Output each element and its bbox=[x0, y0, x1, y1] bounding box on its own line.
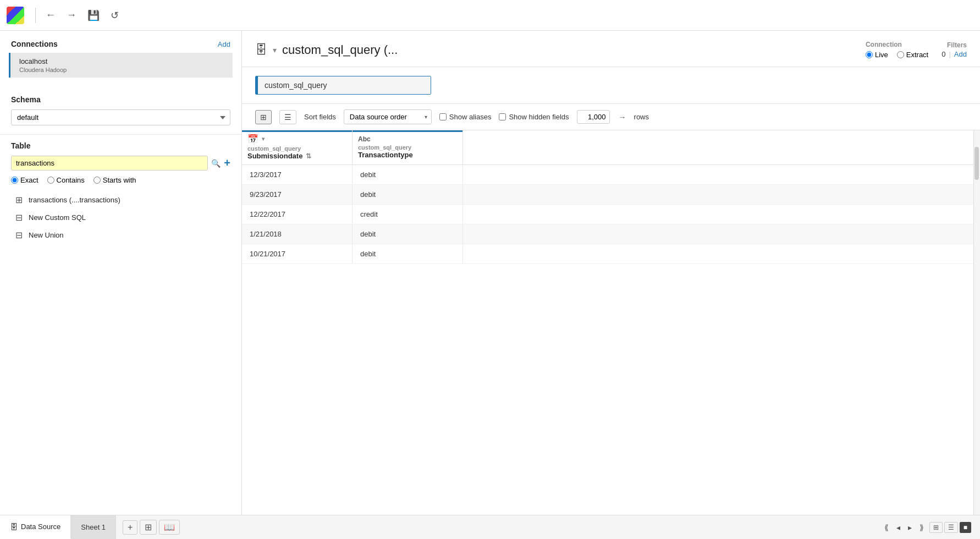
filter-startswith-radio[interactable] bbox=[93, 177, 101, 184]
table-row: 9/23/2017 debit bbox=[242, 185, 980, 205]
bottom-solid-view-btn[interactable]: ■ bbox=[960, 522, 971, 533]
table-grid-icon: ⊞ bbox=[13, 194, 24, 205]
cell-date-3: 12/22/2017 bbox=[242, 205, 353, 224]
table-item-union[interactable]: ⊟ New Union bbox=[11, 226, 230, 244]
add-connection-link[interactable]: Add bbox=[218, 40, 230, 48]
connection-radio-group: Live Extract bbox=[866, 51, 928, 59]
tab-datasource[interactable]: 🗄 Data Source bbox=[0, 515, 71, 539]
show-aliases-checkbox-label[interactable]: Show aliases bbox=[439, 113, 492, 121]
filters-sep: | bbox=[949, 50, 950, 58]
table-search-input[interactable] bbox=[11, 156, 208, 170]
table-header-row: 📅 ▾ custom_sql_query Submissiondate ⇅ bbox=[242, 130, 980, 165]
col-name-submissiondate: Submissiondate bbox=[247, 152, 302, 160]
table-item-transactions[interactable]: ⊞ transactions (....transactions) bbox=[11, 191, 230, 208]
filter-contains-radio[interactable] bbox=[47, 177, 54, 184]
filter-startswith-label[interactable]: Starts with bbox=[93, 176, 136, 184]
connection-type-section: Connection Live Extract bbox=[866, 41, 928, 59]
col-name-row-transactiontype: Transactiontype bbox=[358, 151, 457, 159]
col-sort-icon-submissiondate[interactable]: ⇅ bbox=[306, 152, 311, 160]
col-dropdown-icon[interactable]: ▾ bbox=[262, 136, 265, 142]
query-text: custom_sql_query bbox=[258, 76, 431, 94]
cell-date-2: 9/23/2017 bbox=[242, 185, 353, 205]
filter-contains-text: Contains bbox=[57, 176, 85, 184]
filter-exact-label[interactable]: Exact bbox=[11, 176, 38, 184]
table-body: 12/3/2017 debit 9/23/2017 debit 12/22/20… bbox=[242, 165, 980, 264]
add-dashboard-button[interactable]: ⊞ bbox=[140, 520, 157, 535]
add-story-button[interactable]: 📖 bbox=[159, 520, 180, 535]
connections-title: Connections bbox=[11, 40, 58, 48]
nav-prev-button[interactable]: ◂ bbox=[894, 521, 902, 534]
cell-date-1: 12/3/2017 bbox=[242, 165, 353, 185]
col-header-top-submissiondate: 📅 ▾ bbox=[247, 134, 346, 144]
schema-select[interactable]: default bbox=[11, 109, 230, 125]
filters-area: Filters 0 | Add bbox=[942, 41, 967, 58]
bottom-list-view-btn[interactable]: ☰ bbox=[944, 522, 958, 533]
show-hidden-checkbox[interactable] bbox=[499, 113, 506, 120]
list-view-button[interactable]: ☰ bbox=[279, 110, 296, 124]
bottom-grid-view-btn[interactable]: ⊞ bbox=[929, 522, 943, 533]
filter-radios: Exact Contains Starts with bbox=[11, 176, 230, 184]
cell-type-5: debit bbox=[353, 244, 463, 264]
extract-radio[interactable] bbox=[897, 51, 904, 58]
table-item-custom-sql[interactable]: ⊟ New Custom SQL bbox=[11, 208, 230, 226]
forward-button[interactable]: → bbox=[63, 7, 80, 23]
datasource-name: custom_sql_query (... bbox=[282, 43, 398, 57]
nav-first-button[interactable]: ⟪ bbox=[882, 521, 891, 534]
live-label[interactable]: Live bbox=[866, 51, 888, 59]
extract-label[interactable]: Extract bbox=[897, 51, 928, 59]
col-source-submissiondate: custom_sql_query bbox=[247, 145, 346, 152]
rows-input[interactable] bbox=[577, 110, 610, 124]
filter-contains-label[interactable]: Contains bbox=[47, 176, 85, 184]
sort-select[interactable]: Data source order Alphabetical bbox=[344, 109, 432, 124]
rows-label: rows bbox=[634, 113, 649, 121]
scrollbar-thumb[interactable] bbox=[975, 147, 979, 180]
save-button[interactable]: 💾 bbox=[84, 7, 103, 24]
col-header-transactiontype: Abc custom_sql_query Transactiontype bbox=[353, 132, 463, 163]
table-section: Table 🔍 + Exact Contains Starts with bbox=[0, 135, 241, 250]
filters-add-link[interactable]: Add bbox=[954, 50, 967, 58]
bottom-tab-actions: + ⊞ 📖 bbox=[116, 515, 186, 539]
add-sheet-button[interactable]: + bbox=[123, 520, 137, 535]
nav-next-button[interactable]: ▸ bbox=[906, 521, 914, 534]
connection-item-localhost[interactable]: localhost Cloudera Hadoop bbox=[9, 53, 233, 78]
filter-startswith-text: Starts with bbox=[103, 176, 136, 184]
custom-sql-label: New Custom SQL bbox=[29, 213, 86, 222]
show-aliases-checkbox[interactable] bbox=[439, 113, 447, 120]
date-type-icon: 📅 bbox=[247, 134, 258, 144]
show-aliases-text: Show aliases bbox=[449, 113, 492, 121]
table-row: 12/3/2017 debit bbox=[242, 165, 980, 185]
bottom-view-buttons: ⊞ ☰ ■ bbox=[929, 522, 971, 533]
grid-view-button[interactable]: ⊞ bbox=[255, 110, 272, 124]
empty-column-header bbox=[463, 130, 980, 165]
datasource-tab-label: Data Source bbox=[21, 522, 60, 531]
datasource-tab-icon: 🗄 bbox=[10, 522, 18, 531]
cell-date-5: 10/21/2017 bbox=[242, 244, 353, 264]
cell-type-4: debit bbox=[353, 224, 463, 244]
back-button[interactable]: ← bbox=[42, 7, 59, 23]
column-header-transactiontype[interactable]: Abc custom_sql_query Transactiontype bbox=[353, 130, 463, 165]
data-table-container: 📅 ▾ custom_sql_query Submissiondate ⇅ bbox=[242, 130, 980, 515]
ds-dropdown-icon[interactable]: ▾ bbox=[273, 46, 277, 54]
cell-type-3: credit bbox=[353, 205, 463, 224]
nav-last-button[interactable]: ⟫ bbox=[917, 521, 926, 534]
data-table: 📅 ▾ custom_sql_query Submissiondate ⇅ bbox=[242, 130, 980, 264]
scrollbar-track[interactable] bbox=[973, 130, 980, 515]
col-header-submissiondate: 📅 ▾ custom_sql_query Submissiondate ⇅ bbox=[242, 130, 352, 164]
cell-type-2: debit bbox=[353, 185, 463, 205]
sort-fields-label: Sort fields bbox=[304, 113, 336, 121]
top-toolbar: ← → 💾 ↺ bbox=[0, 0, 980, 31]
sort-select-wrapper: Data source order Alphabetical ▾ bbox=[344, 109, 432, 124]
filters-row: 0 | Add bbox=[942, 50, 967, 58]
table-search-row: 🔍 + bbox=[11, 156, 230, 170]
live-radio[interactable] bbox=[866, 51, 873, 58]
refresh-button[interactable]: ↺ bbox=[107, 7, 122, 24]
main-layout: Connections Add localhost Cloudera Hadoo… bbox=[0, 31, 980, 515]
col-source-transactiontype: custom_sql_query bbox=[358, 144, 457, 151]
sidebar: Connections Add localhost Cloudera Hadoo… bbox=[0, 31, 242, 515]
table-add-button[interactable]: + bbox=[224, 157, 230, 169]
connection-name: localhost bbox=[19, 57, 226, 65]
filter-exact-radio[interactable] bbox=[11, 177, 18, 184]
tab-sheet1[interactable]: Sheet 1 bbox=[71, 515, 116, 539]
column-header-submissiondate[interactable]: 📅 ▾ custom_sql_query Submissiondate ⇅ bbox=[242, 130, 353, 165]
show-hidden-checkbox-label[interactable]: Show hidden fields bbox=[499, 113, 569, 121]
